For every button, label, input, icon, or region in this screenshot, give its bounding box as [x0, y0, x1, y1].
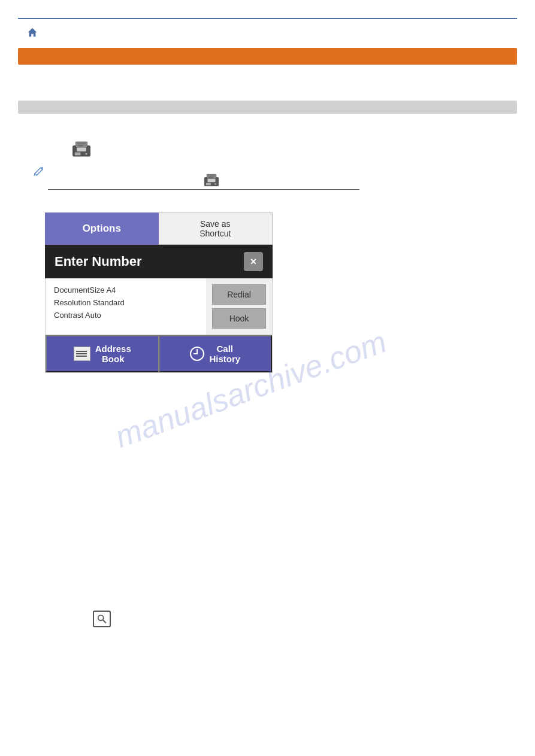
svg-line-17 [103, 620, 106, 623]
svg-line-8 [34, 174, 35, 176]
top-divider-line [18, 18, 517, 19]
address-book-label: Address Book [95, 344, 131, 364]
options-button[interactable]: Options [45, 212, 159, 245]
doc-size-label: DocumentSize A4 [54, 284, 198, 297]
panel-bottom-row: Address Book Call History [45, 335, 273, 373]
svg-point-5 [85, 153, 87, 154]
svg-rect-14 [208, 175, 214, 176]
subsection-bar [18, 101, 517, 114]
svg-rect-3 [77, 148, 86, 151]
hook-button[interactable]: Hook [212, 308, 266, 329]
fax-icon-note [204, 174, 219, 189]
note-divider [48, 189, 359, 190]
search-icon[interactable] [93, 611, 111, 627]
svg-rect-6 [78, 143, 86, 144]
home-icon-svg [27, 27, 38, 38]
svg-rect-11 [208, 179, 216, 182]
clock-icon [190, 347, 204, 361]
enter-number-label: Enter Number [55, 254, 141, 269]
section-header-bar [18, 48, 517, 65]
fax-info-panel: DocumentSize A4 Resolution Standard Cont… [46, 278, 206, 335]
address-book-button[interactable]: Address Book [46, 335, 159, 372]
resolution-label: Resolution Standard [54, 297, 198, 309]
panel-top-row: Options Save as Shortcut [45, 212, 273, 245]
enter-number-field[interactable]: Enter Number × [45, 245, 273, 278]
clear-button[interactable]: × [244, 252, 263, 271]
home-icon[interactable] [27, 27, 38, 40]
fax-action-buttons: Redial Hook [206, 278, 272, 335]
svg-rect-15 [208, 177, 213, 178]
fax-ui-panel: Options Save as Shortcut Enter Number × … [45, 212, 273, 373]
svg-rect-12 [206, 183, 211, 186]
fax-info-row: DocumentSize A4 Resolution Standard Cont… [45, 278, 273, 335]
svg-rect-4 [75, 153, 81, 156]
call-history-button[interactable]: Call History [159, 335, 273, 372]
svg-rect-10 [207, 174, 216, 179]
fax-icon-main [72, 141, 91, 160]
svg-marker-0 [28, 28, 37, 37]
svg-point-16 [98, 615, 104, 621]
svg-rect-7 [78, 145, 84, 147]
call-history-label: Call History [209, 344, 240, 364]
note-pencil-icon [33, 165, 45, 180]
save-shortcut-button[interactable]: Save as Shortcut [159, 212, 273, 245]
search-icon-wrap[interactable] [93, 611, 111, 627]
redial-button[interactable]: Redial [212, 284, 266, 305]
contrast-label: Contrast Auto [54, 309, 198, 322]
address-book-icon [74, 347, 90, 361]
svg-rect-2 [75, 142, 87, 148]
svg-point-13 [214, 183, 216, 185]
